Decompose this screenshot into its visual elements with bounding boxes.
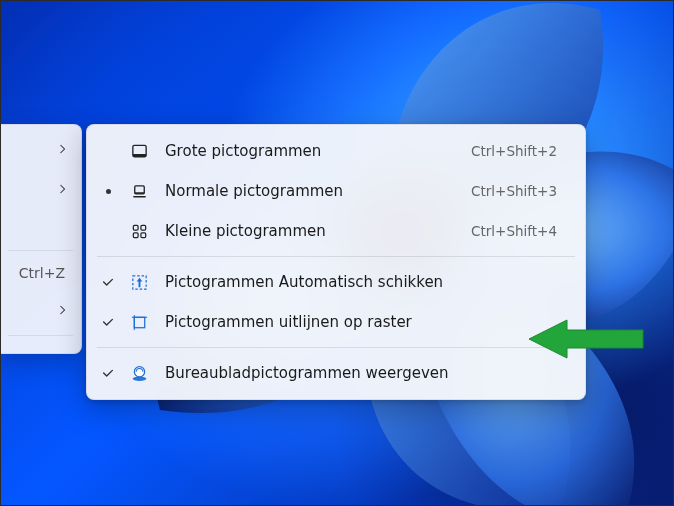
auto-arrange-icon xyxy=(119,273,159,292)
radio-marker-selected xyxy=(97,189,119,194)
menu-item-auto-arrange[interactable]: Pictogrammen Automatisch schikken xyxy=(91,262,581,302)
menu-label: Bureaubladpictogrammen weergeven xyxy=(159,364,557,382)
parent-context-menu: Ctrl+Z xyxy=(0,124,82,354)
check-marker xyxy=(97,366,119,380)
svg-rect-7 xyxy=(140,225,145,230)
menu-separator xyxy=(8,250,73,251)
medium-icons-icon xyxy=(119,182,159,201)
parent-undo-shortcut: Ctrl+Z xyxy=(19,265,69,281)
menu-separator xyxy=(8,335,73,336)
menu-shortcut: Ctrl+Shift+4 xyxy=(471,223,557,239)
svg-rect-9 xyxy=(140,232,145,237)
view-submenu: Grote pictogrammen Ctrl+Shift+2 Normale … xyxy=(86,124,586,400)
align-grid-icon xyxy=(119,313,159,332)
svg-rect-4 xyxy=(134,192,144,194)
svg-rect-11 xyxy=(134,317,144,327)
parent-item-sort[interactable] xyxy=(0,170,81,210)
check-marker xyxy=(97,275,119,289)
chevron-right-icon xyxy=(57,182,69,198)
menu-item-align-to-grid[interactable]: Pictogrammen uitlijnen op raster xyxy=(91,302,581,342)
menu-separator xyxy=(97,256,575,257)
menu-label: Grote pictogrammen xyxy=(159,142,471,160)
svg-rect-8 xyxy=(133,232,138,237)
parent-item-view[interactable] xyxy=(0,130,81,170)
chevron-right-icon xyxy=(57,142,69,158)
check-marker xyxy=(97,315,119,329)
menu-shortcut: Ctrl+Shift+3 xyxy=(471,183,557,199)
svg-rect-2 xyxy=(132,153,145,156)
parent-item-undo[interactable]: Ctrl+Z xyxy=(0,255,81,291)
menu-label: Pictogrammen uitlijnen op raster xyxy=(159,313,557,331)
menu-item-medium-icons[interactable]: Normale pictogrammen Ctrl+Shift+3 xyxy=(91,171,581,211)
small-icons-icon xyxy=(119,222,159,241)
menu-item-large-icons[interactable]: Grote pictogrammen Ctrl+Shift+2 xyxy=(91,131,581,171)
menu-separator xyxy=(97,347,575,348)
parent-item-refresh[interactable] xyxy=(0,210,81,246)
menu-item-small-icons[interactable]: Kleine pictogrammen Ctrl+Shift+4 xyxy=(91,211,581,251)
large-icons-icon xyxy=(119,142,159,161)
parent-item-new[interactable] xyxy=(0,291,81,331)
menu-item-show-desktop-icons[interactable]: Bureaubladpictogrammen weergeven xyxy=(91,353,581,393)
menu-label: Pictogrammen Automatisch schikken xyxy=(159,273,557,291)
chevron-right-icon xyxy=(57,303,69,319)
desktop-icons-icon xyxy=(119,364,159,383)
menu-label: Normale pictogrammen xyxy=(159,182,471,200)
svg-rect-6 xyxy=(133,225,138,230)
menu-shortcut: Ctrl+Shift+2 xyxy=(471,143,557,159)
menu-label: Kleine pictogrammen xyxy=(159,222,471,240)
